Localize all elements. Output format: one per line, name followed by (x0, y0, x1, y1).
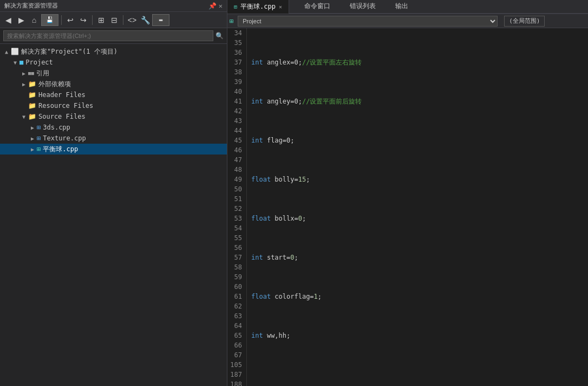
tab-close-button[interactable]: ✕ (279, 4, 282, 10)
pinghenqiu-cpp-node[interactable]: ▶ ⊞ 平衡球.cpp (0, 144, 227, 155)
cpp-icon: ⊞ (37, 145, 41, 153)
project-icon: ■ (19, 59, 23, 66)
line-numbers: 34 35 36 37 38 39 40 41 42 43 44 45 46 4… (227, 28, 247, 386)
minus-button[interactable]: ⊟ (108, 14, 120, 26)
redo-button[interactable]: ↪ (77, 14, 89, 26)
code-editor[interactable]: 34 35 36 37 38 39 40 41 42 43 44 45 46 4… (227, 28, 588, 386)
expand-icon: ▼ (11, 60, 19, 66)
expand-icon: ▶ (28, 146, 37, 152)
solution-root[interactable]: ▲ ⬜ 解决方案"Project"(1 个项目) (0, 46, 227, 57)
code-text[interactable]: int anglex=0;//设置平面左右旋转 int angley=0;//设… (247, 28, 588, 386)
solution-icon: ⬜ (11, 48, 19, 55)
scope-right-label: (全局范围) (504, 16, 545, 27)
code-line-42 (251, 370, 584, 379)
source-files-node[interactable]: ▼ 📁 Source Files (0, 111, 227, 122)
resource-files-node[interactable]: 📁 Resource Files (0, 100, 227, 111)
undo-button[interactable]: ↩ (64, 14, 76, 26)
expand-icon: ▶ (28, 125, 37, 131)
folder-icon: 📁 (28, 113, 36, 120)
solution-explorer-title: 解决方案资源管理器 📌 ✕ (0, 0, 227, 12)
expand-icon: ▶ (28, 136, 37, 141)
code-line-41: int ww,hh; (251, 331, 584, 340)
expand-icon: ▼ (19, 114, 28, 120)
code-line-40: float colorflag=1; (251, 292, 584, 301)
references-node[interactable]: ▶ ■■ 引用 (0, 68, 227, 79)
explorer-toolbar: ◀ ▶ ⌂ 💾 ↩ ↪ ⊞ ⊟ <> 🔧 ▬ (0, 12, 227, 28)
tab-pinghenqiu[interactable]: ⊞ 平衡球.cpp ✕ (227, 0, 289, 14)
separator2 (92, 15, 93, 25)
tab-errors[interactable]: 错误列表 (345, 0, 380, 14)
save-button[interactable]: 💾 (41, 14, 58, 26)
pin-button[interactable]: 📌 (208, 2, 217, 10)
editor-panel: ⊞ 平衡球.cpp ✕ 命令窗口 错误列表 输出 ⊞ Project (全局范围… (227, 0, 588, 386)
home-button[interactable]: ⌂ (28, 14, 40, 26)
folder-icon: 📁 (28, 80, 36, 88)
external-deps-node[interactable]: ▶ 📁 外部依赖项 (0, 79, 227, 89)
search-icon: 🔍 (215, 32, 224, 40)
expand-icon: ▶ (19, 81, 28, 87)
scope-selector[interactable]: Project (238, 16, 498, 27)
back-button[interactable]: ◀ (2, 14, 14, 26)
code-line-38: float bollx=0; (251, 214, 584, 223)
cpp-icon: ⊞ (37, 134, 41, 142)
tab-label: 平衡球.cpp (240, 2, 276, 11)
expand-icon: ▶ (19, 70, 28, 76)
grid-button[interactable]: ⊞ (95, 14, 107, 26)
code-line-35: int angley=0;//设置平面前后旋转 (251, 97, 584, 106)
tab-command[interactable]: 命令窗口 (300, 0, 335, 14)
folder-icon: 📁 (28, 91, 36, 99)
separator3 (123, 15, 123, 25)
separator1 (61, 15, 62, 25)
close-button[interactable]: ✕ (219, 2, 223, 10)
cpp-file-icon: ⊞ (234, 4, 237, 10)
debug-button[interactable]: ▬ (152, 14, 169, 26)
search-input[interactable] (3, 30, 213, 41)
expand-icon: ▲ (2, 49, 11, 55)
project-file-icon: ⊞ (230, 17, 233, 25)
code-line-37: float bolly=15; (251, 175, 584, 184)
editor-scope-bar: ⊞ Project (全局范围) (227, 14, 588, 28)
project-node[interactable]: ▼ ■ Project (0, 57, 227, 68)
code-button[interactable]: <> (126, 14, 138, 26)
texture-cpp-node[interactable]: ▶ ⊞ Texture.cpp (0, 133, 227, 144)
3ds-cpp-node[interactable]: ▶ ⊞ 3ds.cpp (0, 122, 227, 133)
folder-icon: 📁 (28, 102, 36, 110)
search-bar: 🔍 (0, 28, 227, 44)
settings-button[interactable]: 🔧 (139, 14, 151, 26)
cpp-icon: ⊞ (37, 124, 41, 131)
solution-tree: ▲ ⬜ 解决方案"Project"(1 个项目) ▼ ■ Project ▶ ■… (0, 44, 227, 386)
code-line-36: int flag=0; (251, 136, 584, 145)
forward-button[interactable]: ▶ (15, 14, 27, 26)
code-line-39: int start=0; (251, 253, 584, 262)
header-files-node[interactable]: 📁 Header Files (0, 89, 227, 100)
panel-controls: 📌 ✕ (208, 2, 223, 10)
ref-icon: ■■ (28, 70, 34, 76)
tab-output[interactable]: 输出 (391, 0, 413, 14)
code-line-34: int anglex=0;//设置平面左右旋转 (251, 57, 584, 67)
